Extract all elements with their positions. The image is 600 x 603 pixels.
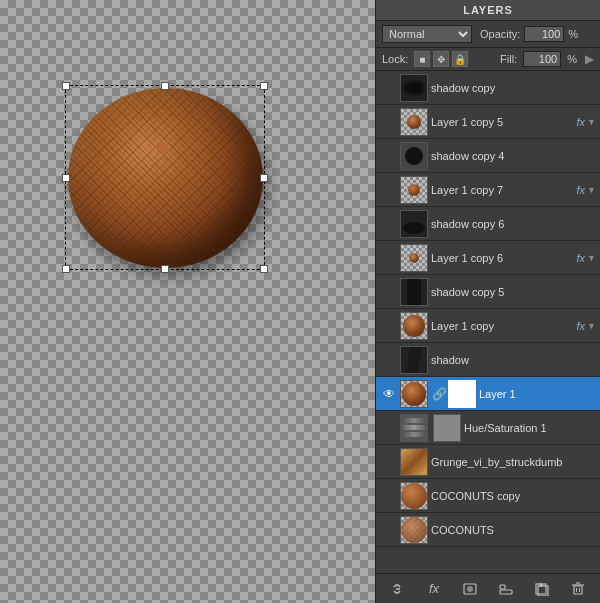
layer-name: Layer 1 copy xyxy=(431,320,577,332)
layers-panel-title: LAYERS xyxy=(376,0,600,21)
lock-label: Lock: xyxy=(382,53,408,65)
lock-all-icon[interactable]: 🔒 xyxy=(452,51,468,67)
layer-row-layer1-copy5[interactable]: Layer 1 copy 5 fx ▼ xyxy=(376,105,600,139)
fx-badge: fx xyxy=(577,320,586,332)
svg-rect-2 xyxy=(500,585,505,589)
layer-row-layer1-copy[interactable]: Layer 1 copy fx ▼ xyxy=(376,309,600,343)
layer-name-active: Layer 1 xyxy=(479,388,596,400)
layer-row-shadow-copy5[interactable]: shadow copy 5 xyxy=(376,275,600,309)
layer-collapse-icon[interactable]: ▼ xyxy=(587,253,596,263)
eye-icon[interactable] xyxy=(380,147,398,165)
handle-br[interactable] xyxy=(260,265,268,273)
svg-rect-8 xyxy=(574,586,582,594)
svg-rect-3 xyxy=(500,590,512,594)
handle-bl[interactable] xyxy=(62,265,70,273)
layer-name: COCONUTS xyxy=(431,524,596,536)
lock-fill-row: Lock: ■ ✥ 🔒 Fill: % ▶ xyxy=(376,48,600,71)
eye-icon[interactable] xyxy=(380,419,398,437)
layer-row-shadow-copy4[interactable]: shadow copy 4 xyxy=(376,139,600,173)
fill-percent: % xyxy=(567,53,577,65)
layer-name: shadow xyxy=(431,354,596,366)
layer-thumb xyxy=(400,380,428,408)
layer-thumb xyxy=(400,176,428,204)
eye-icon[interactable] xyxy=(380,181,398,199)
layer-name: COCONUTS copy xyxy=(431,490,596,502)
layer-row-shadow-copy-top[interactable]: shadow copy xyxy=(376,71,600,105)
layer-thumb xyxy=(400,108,428,136)
layer-collapse-icon[interactable]: ▼ xyxy=(587,117,596,127)
layer-thumb xyxy=(400,312,428,340)
link-layers-button[interactable] xyxy=(387,578,409,600)
layer-mask-thumb xyxy=(448,380,476,408)
layer-name: shadow copy xyxy=(431,82,596,94)
add-fx-button[interactable]: fx xyxy=(423,578,445,600)
layer-row-shadow-copy6[interactable]: shadow copy 6 xyxy=(376,207,600,241)
eye-icon[interactable] xyxy=(380,351,398,369)
layer-name: shadow copy 5 xyxy=(431,286,596,298)
eye-icon[interactable] xyxy=(380,283,398,301)
handle-tl[interactable] xyxy=(62,82,70,90)
layer-row-coconuts-copy[interactable]: COCONUTS copy xyxy=(376,479,600,513)
layer-name: Grunge_vi_by_struckdumb xyxy=(431,456,596,468)
layer-thumb xyxy=(400,278,428,306)
fx-badge: fx xyxy=(577,252,586,264)
layer-name: Hue/Saturation 1 xyxy=(464,422,596,434)
layer-thumb xyxy=(400,74,428,102)
eye-icon[interactable] xyxy=(380,487,398,505)
eye-icon[interactable] xyxy=(380,317,398,335)
eye-icon[interactable] xyxy=(380,249,398,267)
eye-icon[interactable] xyxy=(380,79,398,97)
lock-position-icon[interactable]: ✥ xyxy=(433,51,449,67)
eye-icon[interactable] xyxy=(380,113,398,131)
lock-icons-group: ■ ✥ 🔒 xyxy=(414,51,468,67)
layer-thumb xyxy=(400,448,428,476)
add-mask-button[interactable] xyxy=(459,578,481,600)
fx-badge: fx xyxy=(577,184,586,196)
layer-row-coconuts[interactable]: COCONUTS xyxy=(376,513,600,547)
new-group-button[interactable] xyxy=(495,578,517,600)
eye-icon[interactable] xyxy=(380,521,398,539)
svg-point-1 xyxy=(467,586,473,592)
layer-thumb xyxy=(400,244,428,272)
eye-icon[interactable]: 👁 xyxy=(380,385,398,403)
chain-link-icon: 🔗 xyxy=(432,387,447,401)
blend-mode-select[interactable]: Normal Multiply Screen xyxy=(382,25,472,43)
coconut-image xyxy=(68,88,263,268)
layer-row-hue-saturation[interactable]: Hue/Saturation 1 xyxy=(376,411,600,445)
eye-icon[interactable] xyxy=(380,215,398,233)
fill-arrow-icon: ▶ xyxy=(585,52,594,66)
layers-panel: LAYERS Normal Multiply Screen Opacity: %… xyxy=(375,0,600,603)
layer-row-layer1-copy6[interactable]: Layer 1 copy 6 fx ▼ xyxy=(376,241,600,275)
handle-tr[interactable] xyxy=(260,82,268,90)
layer-collapse-icon[interactable]: ▼ xyxy=(587,185,596,195)
layer-thumb xyxy=(400,482,428,510)
layer-thumb xyxy=(400,142,428,170)
layer-row-grunge[interactable]: Grunge_vi_by_struckdumb xyxy=(376,445,600,479)
fill-label: Fill: xyxy=(500,53,517,65)
opacity-label: Opacity: xyxy=(480,28,520,40)
layer-name: Layer 1 copy 6 xyxy=(431,252,577,264)
layer-thumb xyxy=(400,346,428,374)
lock-pixels-icon[interactable]: ■ xyxy=(414,51,430,67)
layer-thumb xyxy=(400,210,428,238)
fx-badge: fx xyxy=(577,116,586,128)
layer-row-layer1-copy7[interactable]: Layer 1 copy 7 fx ▼ xyxy=(376,173,600,207)
canvas[interactable] xyxy=(0,0,375,603)
delete-layer-button[interactable] xyxy=(567,578,589,600)
new-layer-button[interactable] xyxy=(531,578,553,600)
opacity-input[interactable] xyxy=(524,26,564,42)
fill-input[interactable] xyxy=(523,51,561,67)
layer-mask-thumb xyxy=(433,414,461,442)
layers-bottom-toolbar: fx xyxy=(376,573,600,603)
layer-row-shadow[interactable]: shadow xyxy=(376,343,600,377)
layer-name: shadow copy 6 xyxy=(431,218,596,230)
layer-thumb xyxy=(400,414,428,442)
layers-list[interactable]: shadow copy Layer 1 copy 5 fx ▼ shadow c… xyxy=(376,71,600,573)
blend-opacity-row: Normal Multiply Screen Opacity: % xyxy=(376,21,600,48)
eye-icon[interactable] xyxy=(380,453,398,471)
layer-name: Layer 1 copy 7 xyxy=(431,184,577,196)
panel-title-text: LAYERS xyxy=(463,4,513,16)
opacity-percent: % xyxy=(568,28,578,40)
layer-collapse-icon[interactable]: ▼ xyxy=(587,321,596,331)
layer-row-layer1-active[interactable]: 👁 🔗 Layer 1 xyxy=(376,377,600,411)
